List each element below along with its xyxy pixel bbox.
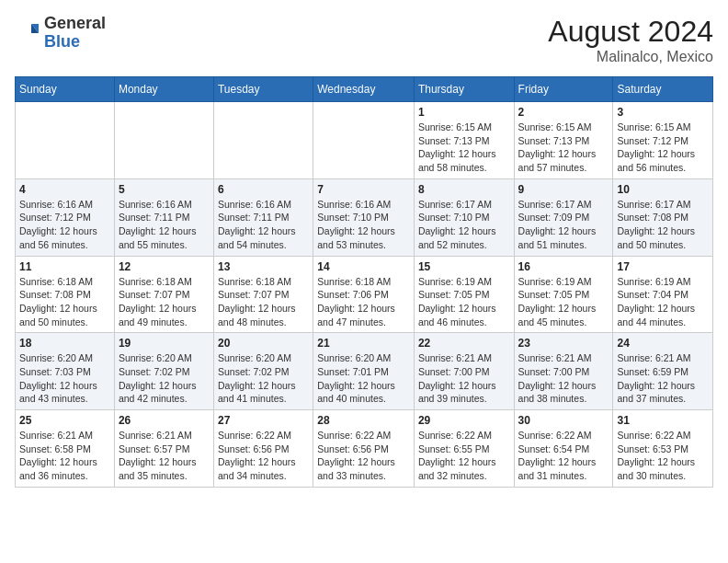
logo-text: General Blue <box>44 15 106 52</box>
day-header-thursday: Thursday <box>414 77 514 102</box>
calendar-week-2: 11Sunrise: 6:18 AM Sunset: 7:08 PM Dayli… <box>16 256 713 333</box>
day-info: Sunrise: 6:19 AM Sunset: 7:04 PM Dayligh… <box>617 275 709 329</box>
day-info: Sunrise: 6:20 AM Sunset: 7:02 PM Dayligh… <box>119 351 210 406</box>
page-header: General Blue August 2024 Malinalco, Mexi… <box>15 15 713 65</box>
calendar-cell: 10Sunrise: 6:17 AM Sunset: 7:08 PM Dayli… <box>613 178 713 256</box>
day-info: Sunrise: 6:16 AM Sunset: 7:12 PM Dayligh… <box>19 198 110 252</box>
day-info: Sunrise: 6:20 AM Sunset: 7:03 PM Dayligh… <box>19 351 110 406</box>
day-info: Sunrise: 6:21 AM Sunset: 6:59 PM Dayligh… <box>617 351 709 406</box>
day-number: 2 <box>518 106 609 119</box>
day-info: Sunrise: 6:19 AM Sunset: 7:05 PM Dayligh… <box>418 275 510 329</box>
day-number: 21 <box>317 337 410 350</box>
day-number: 24 <box>617 337 709 350</box>
calendar-header: SundayMondayTuesdayWednesdayThursdayFrid… <box>16 77 713 102</box>
calendar-week-1: 4Sunrise: 6:16 AM Sunset: 7:12 PM Daylig… <box>16 178 713 256</box>
day-number: 6 <box>218 183 309 196</box>
day-header-tuesday: Tuesday <box>213 77 313 102</box>
day-number: 28 <box>317 414 410 427</box>
day-info: Sunrise: 6:22 AM Sunset: 6:54 PM Dayligh… <box>518 429 609 483</box>
day-info: Sunrise: 6:20 AM Sunset: 7:02 PM Dayligh… <box>218 351 309 406</box>
calendar-cell: 29Sunrise: 6:22 AM Sunset: 6:55 PM Dayli… <box>414 410 514 488</box>
calendar-cell <box>213 102 313 179</box>
calendar-cell: 24Sunrise: 6:21 AM Sunset: 6:59 PM Dayli… <box>613 333 713 410</box>
day-header-friday: Friday <box>514 77 613 102</box>
day-number: 30 <box>518 414 609 427</box>
day-info: Sunrise: 6:18 AM Sunset: 7:07 PM Dayligh… <box>218 275 309 329</box>
calendar-cell: 16Sunrise: 6:19 AM Sunset: 7:05 PM Dayli… <box>514 256 613 333</box>
calendar-cell: 22Sunrise: 6:21 AM Sunset: 7:00 PM Dayli… <box>414 333 514 410</box>
day-number: 17 <box>617 260 709 273</box>
day-number: 16 <box>518 260 609 273</box>
day-info: Sunrise: 6:21 AM Sunset: 7:00 PM Dayligh… <box>518 351 609 406</box>
logo-icon <box>15 20 40 46</box>
day-info: Sunrise: 6:15 AM Sunset: 7:12 PM Dayligh… <box>617 121 709 175</box>
day-number: 31 <box>617 414 709 427</box>
day-number: 20 <box>218 337 309 350</box>
day-number: 10 <box>617 183 709 196</box>
calendar-week-4: 25Sunrise: 6:21 AM Sunset: 6:58 PM Dayli… <box>16 410 713 488</box>
calendar-cell <box>313 102 415 179</box>
calendar-cell: 11Sunrise: 6:18 AM Sunset: 7:08 PM Dayli… <box>16 256 115 333</box>
day-number: 27 <box>218 414 309 427</box>
day-number: 18 <box>19 337 110 350</box>
calendar-cell: 8Sunrise: 6:17 AM Sunset: 7:10 PM Daylig… <box>414 178 514 256</box>
day-info: Sunrise: 6:16 AM Sunset: 7:11 PM Dayligh… <box>119 198 210 252</box>
calendar-cell: 19Sunrise: 6:20 AM Sunset: 7:02 PM Dayli… <box>114 333 213 410</box>
day-info: Sunrise: 6:21 AM Sunset: 6:57 PM Dayligh… <box>119 429 210 483</box>
day-number: 15 <box>418 260 510 273</box>
calendar-cell: 25Sunrise: 6:21 AM Sunset: 6:58 PM Dayli… <box>16 410 115 488</box>
day-info: Sunrise: 6:21 AM Sunset: 6:58 PM Dayligh… <box>19 429 110 483</box>
calendar-cell: 15Sunrise: 6:19 AM Sunset: 7:05 PM Dayli… <box>414 256 514 333</box>
day-header-monday: Monday <box>114 77 213 102</box>
calendar-cell: 23Sunrise: 6:21 AM Sunset: 7:00 PM Dayli… <box>514 333 613 410</box>
calendar-cell: 7Sunrise: 6:16 AM Sunset: 7:10 PM Daylig… <box>313 178 415 256</box>
calendar-cell: 4Sunrise: 6:16 AM Sunset: 7:12 PM Daylig… <box>16 178 115 256</box>
day-info: Sunrise: 6:20 AM Sunset: 7:01 PM Dayligh… <box>317 351 410 406</box>
calendar-cell: 21Sunrise: 6:20 AM Sunset: 7:01 PM Dayli… <box>313 333 415 410</box>
location: Malinalco, Mexico <box>548 49 713 65</box>
day-header-row: SundayMondayTuesdayWednesdayThursdayFrid… <box>16 77 713 102</box>
calendar-cell: 28Sunrise: 6:22 AM Sunset: 6:56 PM Dayli… <box>313 410 415 488</box>
day-header-wednesday: Wednesday <box>313 77 415 102</box>
calendar-cell: 17Sunrise: 6:19 AM Sunset: 7:04 PM Dayli… <box>613 256 713 333</box>
day-info: Sunrise: 6:18 AM Sunset: 7:06 PM Dayligh… <box>317 275 410 329</box>
day-info: Sunrise: 6:22 AM Sunset: 6:56 PM Dayligh… <box>218 429 309 483</box>
calendar-cell <box>16 102 115 179</box>
calendar-cell: 12Sunrise: 6:18 AM Sunset: 7:07 PM Dayli… <box>114 256 213 333</box>
calendar-week-3: 18Sunrise: 6:20 AM Sunset: 7:03 PM Dayli… <box>16 333 713 410</box>
logo: General Blue <box>15 15 106 52</box>
calendar-cell: 2Sunrise: 6:15 AM Sunset: 7:13 PM Daylig… <box>514 102 613 179</box>
calendar-cell: 20Sunrise: 6:20 AM Sunset: 7:02 PM Dayli… <box>213 333 313 410</box>
day-info: Sunrise: 6:16 AM Sunset: 7:11 PM Dayligh… <box>218 198 309 252</box>
day-number: 26 <box>119 414 210 427</box>
calendar-week-0: 1Sunrise: 6:15 AM Sunset: 7:13 PM Daylig… <box>16 102 713 179</box>
day-number: 13 <box>218 260 309 273</box>
calendar-cell: 31Sunrise: 6:22 AM Sunset: 6:53 PM Dayli… <box>613 410 713 488</box>
day-info: Sunrise: 6:21 AM Sunset: 7:00 PM Dayligh… <box>418 351 510 406</box>
day-info: Sunrise: 6:16 AM Sunset: 7:10 PM Dayligh… <box>317 198 410 252</box>
day-info: Sunrise: 6:19 AM Sunset: 7:05 PM Dayligh… <box>518 275 609 329</box>
day-number: 5 <box>119 183 210 196</box>
day-info: Sunrise: 6:15 AM Sunset: 7:13 PM Dayligh… <box>518 121 609 175</box>
calendar-cell: 26Sunrise: 6:21 AM Sunset: 6:57 PM Dayli… <box>114 410 213 488</box>
day-number: 8 <box>418 183 510 196</box>
calendar-body: 1Sunrise: 6:15 AM Sunset: 7:13 PM Daylig… <box>16 102 713 488</box>
day-info: Sunrise: 6:22 AM Sunset: 6:53 PM Dayligh… <box>617 429 709 483</box>
day-info: Sunrise: 6:17 AM Sunset: 7:09 PM Dayligh… <box>518 198 609 252</box>
day-number: 19 <box>119 337 210 350</box>
month-year: August 2024 <box>548 15 713 49</box>
day-number: 29 <box>418 414 510 427</box>
calendar-cell: 13Sunrise: 6:18 AM Sunset: 7:07 PM Dayli… <box>213 256 313 333</box>
calendar-cell: 14Sunrise: 6:18 AM Sunset: 7:06 PM Dayli… <box>313 256 415 333</box>
day-number: 9 <box>518 183 609 196</box>
day-number: 7 <box>317 183 410 196</box>
calendar-cell: 9Sunrise: 6:17 AM Sunset: 7:09 PM Daylig… <box>514 178 613 256</box>
logo-blue: Blue <box>44 32 80 51</box>
day-number: 12 <box>119 260 210 273</box>
calendar-cell <box>114 102 213 179</box>
day-info: Sunrise: 6:17 AM Sunset: 7:10 PM Dayligh… <box>418 198 510 252</box>
day-number: 14 <box>317 260 410 273</box>
calendar-cell: 5Sunrise: 6:16 AM Sunset: 7:11 PM Daylig… <box>114 178 213 256</box>
day-number: 11 <box>19 260 110 273</box>
calendar-cell: 1Sunrise: 6:15 AM Sunset: 7:13 PM Daylig… <box>414 102 514 179</box>
